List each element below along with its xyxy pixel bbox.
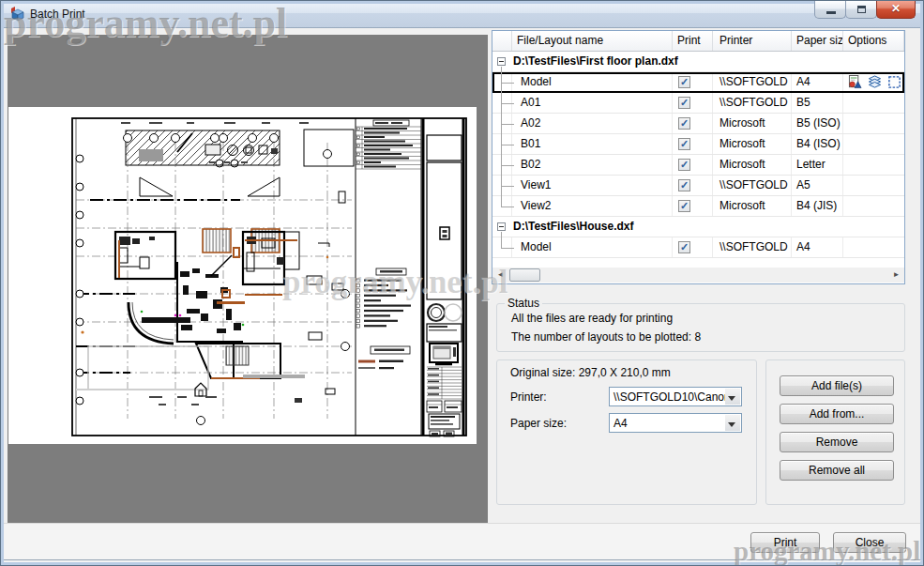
status-line-2: The number of layouts to be plotted: 8 [511,330,701,344]
column-header-printer[interactable]: Printer [713,31,792,51]
add-files-button[interactable]: Add file(s) [780,375,894,396]
options-cell [843,72,904,92]
print-checkbox[interactable]: ✓ [678,179,690,191]
print-cell: ✓ [673,93,713,113]
scroll-right-arrow[interactable]: ► [888,268,904,283]
options-cell [843,134,904,154]
printer-value: Microsoft [713,134,792,154]
table-header: File/Layout namePrintPrinterPaper sizeOp… [492,31,904,52]
plot-settings-icon[interactable] [848,75,862,89]
print-checkbox[interactable]: ✓ [678,117,690,130]
layout-row-model[interactable]: Model✓\\SOFTGOLDA4 [492,72,904,93]
tree-connector [501,83,502,93]
print-button[interactable]: Print [750,532,820,553]
print-checkbox[interactable]: ✓ [678,76,690,88]
file-group-row[interactable]: D:\TestFiles\First floor plan.dxf [492,52,904,72]
options-cell [843,155,904,175]
tree-connector [501,186,502,196]
layout-row-a02[interactable]: A02✓MicrosoftB5 (ISO) [492,114,904,134]
print-checkbox[interactable]: ✓ [678,200,690,212]
print-cell: ✓ [673,134,713,154]
paper-size-value: B4 (ISO) [792,134,843,154]
tree-connector [501,155,514,166]
minimize-icon [826,11,836,14]
column-header-options[interactable]: Options [843,31,904,51]
remove-all-button[interactable]: Remove all [780,460,894,481]
remove-button[interactable]: Remove [780,432,894,452]
horizontal-scrollbar[interactable]: ◄ ► [492,268,904,283]
paper-size-value: A5 [792,176,843,195]
print-cell: ✓ [673,72,713,92]
printer-value: Microsoft [713,196,792,216]
layout-name: Model [512,237,673,257]
layout-row-view2[interactable]: View2✓MicrosoftB4 (JIS) [492,196,904,217]
layout-row-a01[interactable]: A01✓\\SOFTGOLDB5 [492,93,904,114]
print-cell: ✓ [673,237,713,257]
tree-connector [501,176,514,187]
layout-row-b01[interactable]: B01✓MicrosoftB4 (ISO) [492,134,904,155]
layout-row-model[interactable]: Model✓\\SOFTGOLDA4 [492,237,904,258]
tree-connector [501,124,502,134]
batch-print-window: Batch Print ✕ [0,0,924,566]
printer-select-value: \\SOFTGOLD10\Canon [613,390,731,404]
print-checkbox[interactable]: ✓ [678,241,690,253]
print-extents-icon[interactable] [887,75,901,89]
layouts-table[interactable]: File/Layout namePrintPrinterPaper sizeOp… [492,30,905,284]
column-header-paper-size[interactable]: Paper size [792,31,843,51]
close-icon: ✕ [877,2,915,15]
options-cell [843,176,904,195]
paper-size-select-value: A4 [613,417,628,430]
file-group-row[interactable]: D:\TestFiles\House.dxf [492,217,904,237]
file-path-label: D:\TestFiles\House.dxf [513,220,633,233]
footer-bar: Print Close [1,523,924,565]
drawing-preview-pane [8,35,488,523]
drawing-sheet [8,107,477,444]
tree-connector [501,72,514,84]
layout-row-b02[interactable]: B02✓MicrosoftLetter [492,155,904,176]
layout-name: Model [512,72,673,92]
layout-name: View2 [512,196,673,216]
layout-row-view1[interactable]: View1✓\\SOFTGOLDA5 [492,176,904,196]
options-cell [843,114,904,133]
collapse-expander-icon[interactable] [497,57,506,66]
tree-connector [501,145,502,155]
close-dialog-button[interactable]: Close [833,532,906,553]
file-path-label: D:\TestFiles\First floor plan.dxf [513,54,678,68]
layers-icon[interactable] [868,75,882,89]
close-button[interactable]: ✕ [876,1,916,19]
tree-connector [501,103,502,114]
column-header-file-layout-name[interactable]: File/Layout name [512,31,673,51]
maximize-icon [857,6,866,13]
scroll-left-arrow[interactable]: ◄ [492,268,508,283]
scrollbar-thumb[interactable] [509,268,540,282]
column-header-print[interactable]: Print [673,31,713,51]
collapse-expander-icon[interactable] [497,222,506,231]
title-bar: Batch Print [1,1,924,28]
printer-value: Microsoft [713,155,792,175]
layout-name: A01 [512,93,673,113]
layout-name: B01 [512,134,673,154]
tree-connector [501,165,502,176]
printer-value: Microsoft [713,114,792,133]
paper-size-select[interactable]: A4 [609,413,742,433]
paper-size-select-dropdown[interactable] [725,415,740,431]
tree-connector [501,93,514,104]
footer-divider [4,559,922,560]
paper-size-value: B4 (JIS) [792,196,843,216]
window-title: Batch Print [30,8,85,21]
app-icon [9,6,25,22]
maximize-button[interactable] [845,1,877,19]
layout-name: View1 [512,176,673,195]
add-from-button[interactable]: Add from... [780,404,894,424]
print-checkbox[interactable]: ✓ [678,138,690,150]
header-blank-cell[interactable] [492,31,512,51]
minimize-button[interactable] [814,1,846,19]
print-checkbox[interactable]: ✓ [678,97,690,109]
chevron-down-icon [728,396,735,405]
original-size-label: Original size: 297,0 X 210,0 mm [510,366,671,379]
printer-select[interactable]: \\SOFTGOLD10\Canon [609,387,742,406]
print-checkbox[interactable]: ✓ [678,159,690,171]
paper-size-label: Paper size: [510,417,567,430]
print-cell: ✓ [673,176,713,195]
printer-select-dropdown[interactable] [725,389,740,405]
